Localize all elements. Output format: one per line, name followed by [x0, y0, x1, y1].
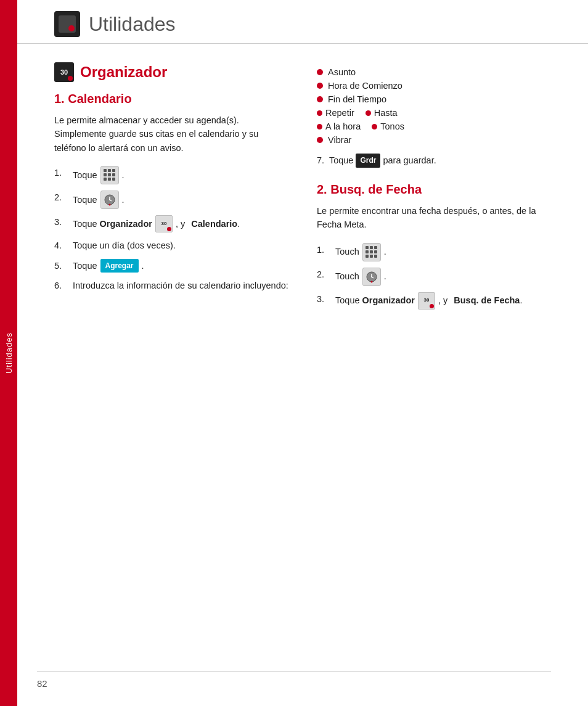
page-bottom-line: [37, 671, 551, 672]
section-heading-organizador: 30 Organizador: [54, 62, 292, 82]
bullet-dot: [317, 69, 323, 75]
clock-icon-busq2: [362, 268, 381, 286]
busqfecha-body-text: Le permite encontrar una fecha después, …: [317, 204, 551, 232]
busq-step-1: 1. Touch .: [317, 243, 551, 261]
icon-red-dot: [68, 76, 73, 81]
section-icon-organizador: 30: [54, 62, 74, 82]
svg-point-8: [371, 276, 372, 277]
clock-svg: [104, 194, 116, 206]
org-icon-busq3: 30: [418, 292, 435, 310]
calendario-body-text: Le permite almacenar y acceder su agenda…: [54, 113, 292, 155]
bullet-dot: [317, 137, 323, 143]
bullet-list-top: Asunto Hora de Comienzo Fin del Tiempo R…: [317, 67, 551, 145]
step-4: 4. Toque un día (dos veces).: [54, 239, 292, 252]
busqfecha-steps: 1. Touch . 2. Touch: [317, 243, 551, 310]
subsection-title-busqfecha: 2. Busq. de Fecha: [317, 183, 551, 197]
busq-step-2: 2. Touch .: [317, 268, 551, 286]
page-header: Utilidades: [17, 0, 588, 44]
bullet-fin-tiempo: Fin del Tiempo: [317, 94, 551, 104]
clock-icon-step2: [100, 191, 119, 209]
bullet-repetir-hasta: Repetir Hasta: [317, 108, 551, 118]
subsection-title-calendario: 1. Calendario: [54, 92, 292, 106]
page-title: Utilidades: [89, 13, 176, 36]
step-6: 6. Introduzca la información de su calen…: [54, 279, 292, 292]
bullet-asunto: Asunto: [317, 67, 551, 77]
step-5: 5. Toque Agregar .: [54, 259, 292, 273]
bullet-alahora-tonos: A la hora Tonos: [317, 121, 551, 131]
svg-point-3: [109, 199, 110, 200]
right-column: Asunto Hora de Comienzo Fin del Tiempo R…: [317, 62, 551, 319]
sidebar-label: Utilidades: [4, 332, 14, 374]
bullet-hora-comienzo: Hora de Comienzo: [317, 81, 551, 91]
step-2: 2. Toque .: [54, 191, 292, 209]
bullet-dot: [317, 96, 323, 102]
busq-step-3: 3. Toque Organizador 30 , y Busq. de Fec…: [317, 292, 551, 310]
sidebar-bar: Utilidades: [0, 0, 17, 706]
calendario-steps: 1. Toque . 2. Toque: [54, 166, 292, 293]
bullet-dot: [317, 83, 323, 89]
dots-icon-busq1: [362, 243, 381, 261]
left-column: 30 Organizador 1. Calendario Le permite …: [54, 62, 292, 319]
clock-svg-busq: [365, 271, 378, 283]
svg-point-9: [370, 281, 372, 282]
section-title-organizador: Organizador: [80, 64, 167, 81]
step-1: 1. Toque .: [54, 166, 292, 184]
step-7: 7. Toque Grdr para guardar.: [317, 154, 551, 168]
step-3: 3. Toque Organizador 30 , y Calendario.: [54, 215, 292, 232]
main-content: 30 Organizador 1. Calendario Le permite …: [17, 62, 588, 319]
dots-icon-step1: [100, 166, 119, 184]
bullet-vibrar: Vibrar: [317, 135, 551, 145]
grdr-button: Grdr: [356, 154, 380, 168]
agregar-button-label: Agregar: [100, 259, 139, 273]
org-icon-step3: 30: [155, 215, 173, 232]
page-number: 82: [37, 678, 47, 689]
svg-point-4: [108, 204, 110, 206]
header-icon: [54, 11, 80, 37]
